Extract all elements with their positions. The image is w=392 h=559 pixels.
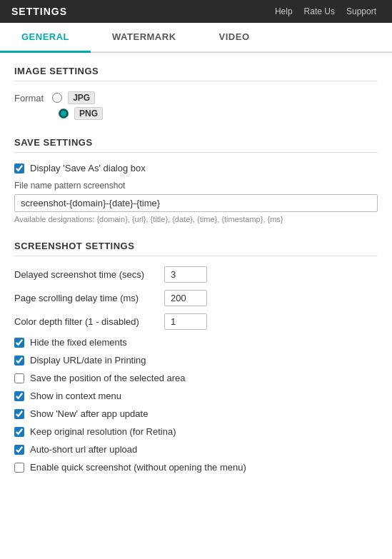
settings-content: IMAGE SETTINGS Format JPG PNG SAVE SETTI… <box>0 53 392 503</box>
show-context-row: Show in context menu <box>14 391 378 401</box>
color-depth-label: Color depth filter (1 - disabled) <box>14 316 157 327</box>
show-context-label[interactable]: Show in context menu <box>30 391 121 401</box>
screenshot-settings-title: SCREENSHOT SETTINGS <box>14 241 378 256</box>
display-save-as-label[interactable]: Display 'Save As' dialog box <box>30 163 146 173</box>
designations-value: {domain}, {url}, {title}, {date}, {time}… <box>96 215 283 223</box>
format-label: Format <box>14 93 44 104</box>
designations-label: Available designations: <box>14 215 94 223</box>
keep-resolution-checkbox[interactable] <box>14 427 24 437</box>
save-position-label[interactable]: Save the position of the selected area <box>30 373 186 383</box>
screenshot-settings-section: SCREENSHOT SETTINGS Delayed screenshot t… <box>14 241 378 473</box>
show-new-label[interactable]: Show 'New' after app update <box>30 408 148 419</box>
filename-field-label: File name pattern screenshot <box>14 181 378 191</box>
tabs: GENERAL WATERMARK VIDEO <box>0 23 392 53</box>
hide-fixed-checkbox[interactable] <box>14 338 24 348</box>
save-position-row: Save the position of the selected area <box>14 373 378 383</box>
hide-fixed-row: Hide the fixed elements <box>14 337 378 348</box>
tab-watermark[interactable]: WATERMARK <box>91 23 197 53</box>
enable-quick-row: Enable quick screenshot (without opening… <box>14 462 378 473</box>
auto-short-checkbox[interactable] <box>14 445 24 455</box>
color-depth-input[interactable] <box>164 313 207 330</box>
tab-general[interactable]: GENERAL <box>0 23 91 53</box>
page-title: SETTINGS <box>11 6 271 17</box>
hide-fixed-label[interactable]: Hide the fixed elements <box>30 337 127 348</box>
png-radio[interactable] <box>59 109 69 119</box>
show-context-checkbox[interactable] <box>14 391 24 401</box>
image-settings-section: IMAGE SETTINGS Format JPG PNG <box>14 66 378 120</box>
auto-short-label[interactable]: Auto-short url after upload <box>30 444 137 455</box>
page-scroll-row: Page scrolling delay time (ms) <box>14 290 378 306</box>
format-row: Format JPG <box>14 91 378 104</box>
help-link[interactable]: Help <box>271 4 297 19</box>
rate-us-link[interactable]: Rate Us <box>300 4 339 19</box>
enable-quick-checkbox[interactable] <box>14 463 24 473</box>
image-settings-title: IMAGE SETTINGS <box>14 66 378 81</box>
delayed-time-row: Delayed screenshot time (secs) <box>14 266 378 283</box>
display-url-label[interactable]: Display URL/date in Printing <box>30 355 146 366</box>
png-badge[interactable]: PNG <box>74 107 103 120</box>
display-url-checkbox[interactable] <box>14 356 24 366</box>
display-save-as-checkbox[interactable] <box>14 163 24 173</box>
save-settings-title: SAVE SETTINGS <box>14 137 378 153</box>
enable-quick-label[interactable]: Enable quick screenshot (without opening… <box>30 462 246 473</box>
keep-resolution-label[interactable]: Keep original resolution (for Retina) <box>30 426 176 437</box>
delayed-time-input[interactable] <box>164 266 207 283</box>
tab-video[interactable]: VIDEO <box>198 23 271 53</box>
jpg-radio[interactable] <box>52 93 62 103</box>
page-scroll-label: Page scrolling delay time (ms) <box>14 293 157 303</box>
jpg-badge[interactable]: JPG <box>68 91 95 104</box>
header-links: Help Rate Us Support <box>271 4 381 19</box>
png-row: PNG <box>59 107 378 120</box>
show-new-row: Show 'New' after app update <box>14 408 378 419</box>
display-url-row: Display URL/date in Printing <box>14 355 378 366</box>
color-depth-row: Color depth filter (1 - disabled) <box>14 313 378 330</box>
save-position-checkbox[interactable] <box>14 373 24 383</box>
filename-input[interactable] <box>14 194 378 212</box>
delayed-time-label: Delayed screenshot time (secs) <box>14 269 157 280</box>
support-link[interactable]: Support <box>342 4 381 19</box>
save-settings-section: SAVE SETTINGS Display 'Save As' dialog b… <box>14 137 378 223</box>
page-scroll-input[interactable] <box>164 290 207 306</box>
filename-field-group: File name pattern screenshot Available d… <box>14 181 378 223</box>
auto-short-row: Auto-short url after upload <box>14 444 378 455</box>
show-new-checkbox[interactable] <box>14 409 24 419</box>
designations-text: Available designations: {domain}, {url},… <box>14 215 378 223</box>
header: SETTINGS Help Rate Us Support <box>0 0 392 23</box>
keep-resolution-row: Keep original resolution (for Retina) <box>14 426 378 437</box>
display-save-as-row: Display 'Save As' dialog box <box>14 163 378 173</box>
